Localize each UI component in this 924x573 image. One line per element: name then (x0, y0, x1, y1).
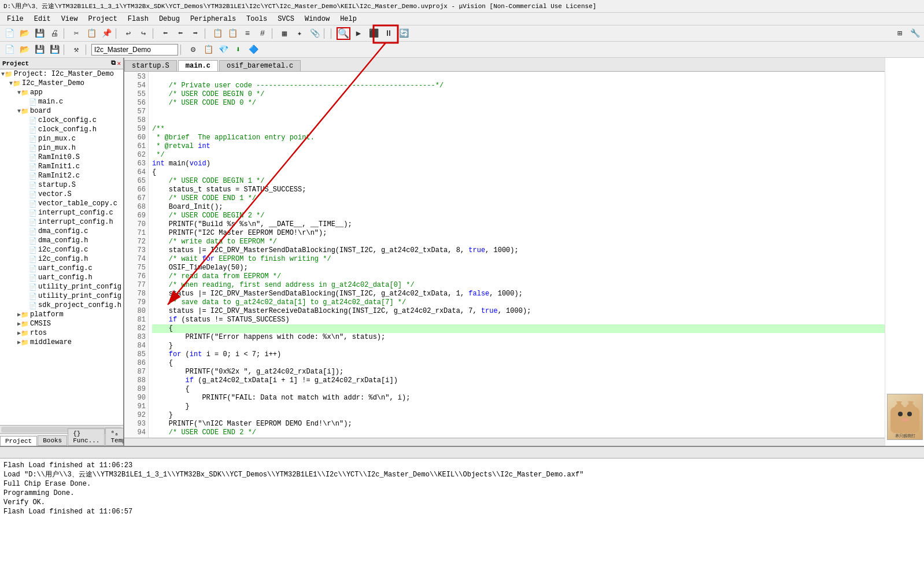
tree-item-23[interactable]: ▶📄utility_print_config.h (0, 282, 123, 291)
file-tab-1[interactable]: main.c (178, 60, 218, 71)
reset-button[interactable]: 🔄 (397, 27, 411, 40)
code-line-87: PRINTF("0x%2x ", g_at24c02_rxData[i]); (152, 368, 885, 376)
tree-item-5[interactable]: ▶📄clock_config.c (0, 116, 123, 125)
build-output-content[interactable]: Flash Load finished at 11:06:23Load "D:\… (0, 459, 924, 573)
panel-tab-1[interactable]: Books (38, 435, 67, 446)
tree-item-7[interactable]: ▶📄pin_mux.c (0, 134, 123, 143)
stop-button[interactable]: ⬛ (367, 27, 380, 40)
tree-item-19[interactable]: ▶📄i2c_config.c (0, 245, 123, 254)
debug-btn[interactable]: 🔷 (246, 43, 260, 56)
tree-item-29[interactable]: ▶📁middleware (0, 338, 123, 347)
menu-item-file[interactable]: File (2, 14, 28, 24)
toolbar-btn-3[interactable]: 🖨 (47, 27, 61, 40)
toolbar-btn-1[interactable]: 📂 (17, 27, 31, 40)
menu-item-window[interactable]: Window (300, 14, 334, 24)
save-btn[interactable]: 💾 (32, 43, 46, 56)
target-options-btn[interactable]: ⚙ (186, 43, 200, 56)
tree-item-16[interactable]: ▶📄interrupt_config.h (0, 217, 123, 227)
new-file-btn[interactable]: 📄 (2, 43, 16, 56)
tree-item-4[interactable]: ▼📁board (0, 106, 123, 116)
tree-item-22[interactable]: ▶📄uart_config.h (0, 273, 123, 282)
tree-item-6[interactable]: ▶📄clock_config.h (0, 125, 123, 134)
toolbar-btn-18[interactable]: ≡ (241, 27, 254, 40)
toolbar-btn-21[interactable]: ▦ (278, 27, 291, 40)
tree-item-11[interactable]: ▶📄RamInit2.c (0, 171, 123, 180)
tree-item-15[interactable]: ▶📄interrupt_config.c (0, 208, 123, 217)
panel-float-icon[interactable]: ⧉ (111, 60, 116, 67)
build-name-input[interactable] (91, 44, 178, 56)
manage-btn[interactable]: 💎 (216, 43, 230, 56)
code-line-88: if (g_at24c02_txData[i + 1] != g_at24c02… (152, 376, 885, 385)
toolbar-btn-22[interactable]: ✦ (293, 27, 306, 40)
project-tree[interactable]: ▼📁Project: I2c_Master_Demo ▼📁I2c_Master_… (0, 69, 123, 425)
file-tab-0[interactable]: startup.S (124, 60, 177, 71)
tree-item-9[interactable]: ▶📄RamInit0.S (0, 153, 123, 162)
toolbar-btn-7[interactable]: 📌 (99, 27, 113, 40)
toolbar-btn-12[interactable]: ⬅ (158, 27, 172, 40)
line-num-54: 54 (124, 82, 146, 90)
panel-tab-2[interactable]: {} Func... (68, 428, 105, 446)
code-hscroll[interactable] (124, 438, 885, 446)
build-all-btn[interactable]: ⚒ (69, 43, 83, 56)
menu-item-help[interactable]: Help (335, 14, 361, 24)
code-content[interactable]: /* Private user code -------------------… (149, 72, 885, 438)
tree-item-13[interactable]: ▶📄vector.S (0, 190, 123, 199)
settings-button[interactable]: 🔧 (908, 27, 922, 40)
panel-tab-3[interactable]: ⁰ₐ Temp... (105, 428, 124, 446)
svg-point-7 (901, 418, 908, 422)
menu-item-edit[interactable]: Edit (29, 14, 56, 24)
tree-item-20[interactable]: ▶📄i2c_config.h (0, 254, 123, 264)
run-button[interactable]: ▶ (352, 27, 365, 40)
tree-item-24[interactable]: ▶📄utility_print_config.c (0, 291, 123, 301)
tree-item-18[interactable]: ▶📄dma_config.h (0, 236, 123, 245)
file-tab-2[interactable]: osif_baremetal.c (219, 60, 301, 71)
toolbar-btn-0[interactable]: 📄 (2, 27, 16, 40)
toolbar-btn-17[interactable]: 📋 (226, 27, 239, 40)
tree-item-14[interactable]: ▶📄vector_table_copy.c (0, 199, 123, 208)
panel-tab-0[interactable]: Project (0, 436, 37, 446)
tree-item-0[interactable]: ▼📁Project: I2c_Master_Demo (0, 69, 123, 79)
code-line-63: int main(void) (152, 160, 885, 168)
tree-item-26[interactable]: ▶📁platform (0, 310, 123, 319)
tree-item-2[interactable]: ▼📁app (0, 88, 123, 97)
tree-item-21[interactable]: ▶📄uart_config.c (0, 264, 123, 273)
open-file-btn[interactable]: 📂 (17, 43, 31, 56)
toolbar-btn-23[interactable]: 📎 (308, 27, 321, 40)
toolbar-btn-2[interactable]: 💾 (32, 27, 46, 40)
toolbar-btn-5[interactable]: ✂ (69, 27, 83, 40)
code-line-86: { (152, 359, 885, 368)
toolbar-btn-16[interactable]: 📋 (210, 27, 224, 40)
env-btn[interactable]: 📋 (201, 43, 215, 56)
line-num-55: 55 (124, 90, 146, 99)
menu-item-project[interactable]: Project (83, 14, 121, 24)
toolbar-btn-6[interactable]: 📋 (84, 27, 98, 40)
pause-button[interactable]: ⏸ (382, 27, 396, 40)
menu-item-view[interactable]: View (57, 14, 83, 24)
tree-item-28[interactable]: ▶📁rtos (0, 328, 123, 338)
toolbar-btn-13[interactable]: ⬅ (173, 27, 187, 40)
panel-close-icon[interactable]: ✕ (117, 60, 121, 67)
menu-item-peripherals[interactable]: Peripherals (186, 14, 241, 24)
toolbar-btn-14[interactable]: ➡ (189, 27, 202, 40)
menu-item-debug[interactable]: Debug (154, 14, 184, 24)
flash-download-btn[interactable]: ⬇ (231, 43, 245, 56)
code-container[interactable]: 5354555657585960616263646566676869707172… (124, 72, 885, 438)
tree-item-25[interactable]: ▶📄sdk_project_config.h (0, 301, 123, 310)
menu-item-flash[interactable]: Flash (123, 14, 153, 24)
toolbar-btn-9[interactable]: ↩ (121, 27, 135, 40)
search-button[interactable]: 🔍 (337, 27, 350, 40)
windows-button[interactable]: ⊞ (893, 27, 907, 40)
menu-item-tools[interactable]: Tools (242, 14, 272, 24)
tree-item-10[interactable]: ▶📄RamInit1.c (0, 162, 123, 171)
tree-item-27[interactable]: ▶📁CMSIS (0, 319, 123, 328)
tree-item-8[interactable]: ▶📄pin_mux.h (0, 143, 123, 153)
tree-item-17[interactable]: ▶📄dma_config.c (0, 227, 123, 236)
tree-item-1[interactable]: ▼📁I2c_Master_Demo (0, 79, 123, 88)
toolbar-btn-19[interactable]: # (256, 27, 269, 40)
menu-item-svcs[interactable]: SVCS (273, 14, 299, 24)
save-all-btn[interactable]: 💾 (47, 43, 61, 56)
tree-item-12[interactable]: ▶📄startup.S (0, 180, 123, 190)
tree-label-14: vector_table_copy.c (38, 199, 117, 208)
toolbar-btn-10[interactable]: ↪ (136, 27, 150, 40)
tree-item-3[interactable]: ▶📄main.c (0, 97, 123, 106)
